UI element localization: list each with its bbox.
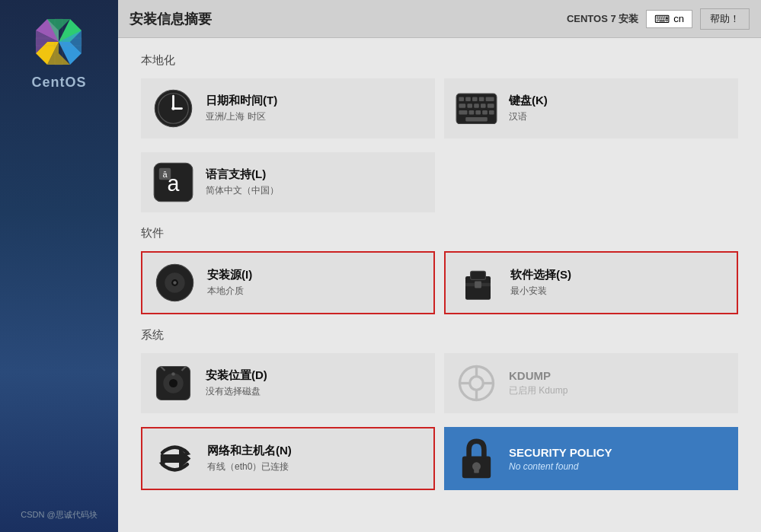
keyboard-icon (456, 88, 497, 129)
topbar: 安装信息摘要 CENTOS 7 安装 ⌨ cn 帮助！ (118, 0, 761, 38)
topbar-right: CENTOS 7 安装 ⌨ cn 帮助！ (567, 8, 750, 30)
item-keyboard[interactable]: 键盘(K) 汉语 (444, 78, 738, 139)
section-label-software: 软件 (141, 226, 738, 241)
network-title: 网络和主机名(N) (207, 444, 292, 458)
disk-text: 安装位置(D) 没有选择磁盘 (206, 368, 267, 398)
svg-rect-28 (475, 110, 481, 114)
network-text: 网络和主机名(N) 有线（eth0）已连接 (207, 444, 292, 473)
svg-point-49 (470, 377, 484, 390)
item-software[interactable]: 软件选择(S) 最小安装 (444, 251, 738, 314)
software-subtitle: 最小安装 (510, 285, 571, 298)
security-icon (456, 438, 497, 479)
datetime-subtitle: 亚洲/上海 时区 (206, 110, 277, 123)
source-subtitle: 本地介质 (207, 285, 252, 298)
svg-point-14 (171, 107, 174, 110)
kdump-subtitle: 已启用 Kdump (509, 384, 568, 397)
disk-icon (152, 362, 194, 404)
item-disk[interactable]: 安装位置(D) 没有选择磁盘 (141, 353, 435, 413)
source-title: 安装源(I) (207, 268, 252, 282)
item-source[interactable]: 安装源(I) 本地介质 (141, 251, 435, 314)
centos-version-label: CENTOS 7 安装 (567, 12, 638, 26)
language-title: 语言支持(L) (206, 167, 279, 182)
sidebar-watermark: CSDN @思诚代码块 (21, 509, 97, 532)
network-subtitle: 有线（eth0）已连接 (207, 460, 292, 473)
security-text: SECURITY POLICY No content found (509, 446, 612, 472)
item-language[interactable]: a ā 语言支持(L) 简体中文（中国） (141, 152, 435, 212)
svg-rect-30 (489, 110, 494, 114)
sidebar: CentOS CSDN @思诚代码块 (0, 0, 118, 532)
svg-rect-41 (471, 272, 486, 280)
main-area: 安装信息摘要 CENTOS 7 安装 ⌨ cn 帮助！ 本地化 (118, 0, 761, 532)
svg-rect-27 (469, 110, 475, 114)
software-title: 软件选择(S) (510, 268, 571, 282)
kdump-icon (456, 362, 497, 404)
keyboard-title: 键盘(K) (509, 94, 548, 108)
svg-rect-21 (459, 104, 465, 107)
svg-text:ā: ā (162, 170, 168, 179)
item-datetime[interactable]: 日期和时间(T) 亚洲/上海 时区 (141, 78, 435, 139)
disk-title: 安装位置(D) (206, 368, 267, 383)
svg-point-47 (171, 372, 174, 375)
centos-logo-text: CentOS (31, 75, 86, 91)
keyboard-subtitle: 汉语 (509, 110, 548, 123)
datetime-text: 日期和时间(T) 亚洲/上海 时区 (206, 94, 277, 123)
svg-rect-25 (488, 104, 494, 107)
security-title: SECURITY POLICY (509, 446, 612, 459)
source-text: 安装源(I) 本地介质 (207, 268, 252, 298)
language-subtitle: 简体中文（中国） (206, 184, 279, 197)
network-icon (154, 438, 196, 479)
svg-rect-20 (486, 97, 494, 100)
disk-subtitle: 没有选择磁盘 (206, 385, 267, 398)
svg-rect-22 (467, 104, 472, 107)
page-title: 安装信息摘要 (129, 10, 212, 28)
kdump-text: KDUMP 已启用 Kdump (509, 369, 568, 397)
software-text: 软件选择(S) 最小安装 (510, 268, 571, 298)
source-icon (154, 262, 196, 304)
svg-rect-43 (475, 282, 481, 288)
kdump-title: KDUMP (509, 369, 568, 382)
keyboard-text: 键盘(K) 汉语 (509, 94, 548, 123)
centos-logo: CentOS (31, 15, 86, 91)
help-button[interactable]: 帮助！ (700, 8, 750, 30)
language-icon: a ā (152, 161, 194, 203)
item-network[interactable]: 网络和主机名(N) 有线（eth0）已连接 (141, 427, 435, 490)
svg-point-39 (173, 281, 176, 284)
item-security[interactable]: SECURITY POLICY No content found (444, 427, 738, 490)
datetime-title: 日期和时间(T) (206, 94, 277, 108)
content-area: 本地化 日期和时间(T) 亚洲/上海 时区 (118, 38, 761, 532)
svg-point-46 (169, 379, 177, 387)
svg-rect-23 (474, 104, 479, 107)
svg-rect-24 (481, 104, 486, 107)
svg-rect-19 (479, 97, 484, 100)
item-kdump[interactable]: KDUMP 已启用 Kdump (444, 353, 738, 413)
clock-icon (152, 88, 194, 129)
svg-rect-58 (474, 466, 479, 473)
svg-rect-29 (482, 110, 488, 114)
language-text: 语言支持(L) 简体中文（中国） (206, 167, 279, 197)
section-label-localization: 本地化 (141, 53, 738, 68)
svg-rect-17 (465, 97, 471, 100)
section-label-system: 系统 (141, 328, 738, 342)
centos-logo-icon (32, 15, 85, 68)
language-selector[interactable]: ⌨ cn (646, 10, 692, 28)
lang-code: cn (673, 13, 684, 24)
svg-rect-18 (472, 97, 478, 100)
software-icon (457, 262, 499, 304)
svg-rect-31 (465, 116, 488, 120)
security-subtitle: No content found (509, 461, 612, 472)
keyboard-icon: ⌨ (654, 13, 670, 25)
svg-rect-16 (459, 97, 464, 100)
svg-rect-26 (459, 110, 467, 114)
